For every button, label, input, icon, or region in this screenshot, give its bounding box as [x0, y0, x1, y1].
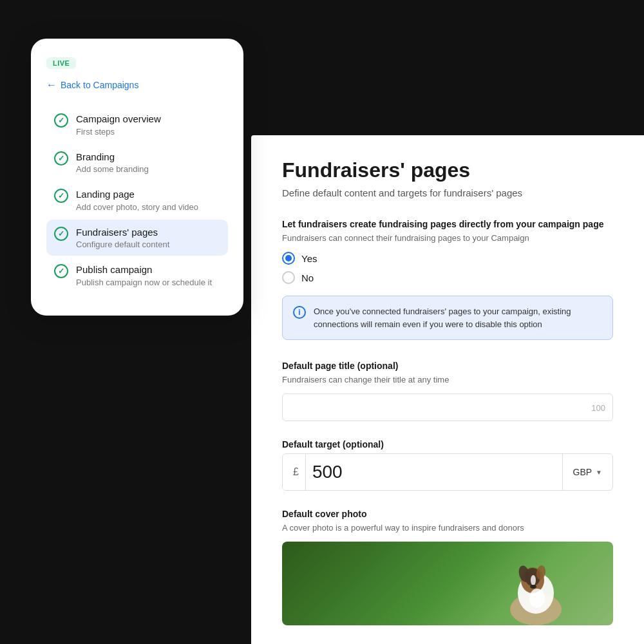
- currency-symbol: £: [283, 454, 306, 490]
- cover-photo-section: Default cover photo A cover photo is a p…: [282, 509, 613, 625]
- default-title-input-wrapper: 100: [282, 393, 613, 421]
- nav-item-text-fundraisers-pages: Fundraisers' pages Configure default con…: [76, 226, 169, 250]
- svg-point-6: [531, 575, 536, 585]
- check-icon-publish-campaign: [54, 264, 68, 278]
- sidebar-item-publish-campaign[interactable]: Publish campaign Publish campaign now or…: [46, 257, 228, 294]
- char-count: 100: [591, 402, 605, 412]
- currency-selector[interactable]: GBP ▼: [562, 454, 612, 490]
- cover-photo-image[interactable]: [282, 542, 613, 625]
- back-arrow-icon: ←: [46, 79, 57, 91]
- sidebar-item-branding[interactable]: Branding Add some branding: [46, 144, 228, 181]
- fundraiser-toggle-desc: Fundraisers can connect their fundraisin…: [282, 233, 613, 243]
- default-title-input[interactable]: [282, 393, 613, 421]
- nav-item-title: Branding: [76, 151, 149, 164]
- radio-circle-no: [282, 271, 295, 284]
- radio-label-yes: Yes: [301, 253, 317, 264]
- radio-option-no[interactable]: No: [282, 271, 613, 284]
- nav-item-title: Landing page: [76, 188, 198, 201]
- fundraiser-toggle-label: Let fundraisers create fundraising pages…: [282, 219, 613, 229]
- dog-silhouette-svg: [497, 554, 574, 625]
- page-title: Fundraisers' pages: [282, 158, 613, 182]
- nav-item-title: Campaign overview: [76, 113, 161, 126]
- info-icon: i: [293, 306, 306, 319]
- check-icon-campaign-overview: [54, 113, 68, 128]
- nav-item-text-publish-campaign: Publish campaign Publish campaign now or…: [76, 263, 212, 287]
- nav-item-title: Fundraisers' pages: [76, 226, 169, 239]
- nav-item-subtitle: First steps: [76, 127, 161, 137]
- default-title-desc: Fundraisers can change their title at an…: [282, 375, 613, 384]
- live-badge: LIVE: [46, 57, 76, 69]
- default-target-section: Default target (optional) £ GBP ▼: [282, 439, 613, 491]
- svg-point-8: [529, 589, 545, 608]
- nav-item-text-landing-page: Landing page Add cover photo, story and …: [76, 188, 198, 212]
- default-page-title-section: Default page title (optional) Fundraiser…: [282, 361, 613, 421]
- check-icon-branding: [54, 151, 68, 166]
- sidebar-item-campaign-overview[interactable]: Campaign overview First steps: [46, 106, 228, 143]
- default-title-label: Default page title (optional): [282, 361, 613, 371]
- nav-item-title: Publish campaign: [76, 263, 212, 276]
- nav-item-subtitle: Publish campaign now or schedule it: [76, 278, 212, 287]
- currency-amount-input[interactable]: [306, 454, 562, 490]
- fundraiser-toggle-section: Let fundraisers create fundraising pages…: [282, 219, 613, 340]
- default-target-label: Default target (optional): [282, 439, 613, 450]
- sidebar-item-fundraisers-pages[interactable]: Fundraisers' pages Configure default con…: [46, 220, 228, 256]
- radio-option-yes[interactable]: Yes: [282, 252, 613, 265]
- cover-photo-desc: A cover photo is a powerful way to inspi…: [282, 523, 613, 533]
- back-to-campaigns-link[interactable]: ← Back to Campaigns: [46, 79, 228, 91]
- radio-circle-yes: [282, 252, 295, 265]
- check-icon-fundraisers-pages: [54, 227, 68, 241]
- currency-code: GBP: [573, 467, 592, 477]
- cover-photo-label: Default cover photo: [282, 509, 613, 519]
- check-icon-landing-page: [54, 189, 68, 203]
- back-link-label: Back to Campaigns: [61, 80, 138, 90]
- radio-group-fundraiser: Yes No: [282, 252, 613, 284]
- nav-item-subtitle: Add some branding: [76, 164, 149, 174]
- nav-item-text-branding: Branding Add some branding: [76, 151, 149, 175]
- sidebar-card: LIVE ← Back to Campaigns Campaign overvi…: [31, 39, 243, 316]
- sidebar-item-landing-page[interactable]: Landing page Add cover photo, story and …: [46, 182, 228, 218]
- nav-item-subtitle: Configure default content: [76, 240, 169, 249]
- nav-item-text-campaign-overview: Campaign overview First steps: [76, 113, 161, 137]
- radio-label-no: No: [301, 272, 314, 283]
- info-box: i Once you've connected fundraisers' pag…: [282, 296, 613, 340]
- page-subtitle: Define default content and targets for f…: [282, 187, 613, 198]
- nav-item-subtitle: Add cover photo, story and video: [76, 202, 198, 212]
- chevron-down-icon: ▼: [596, 469, 602, 476]
- svg-point-7: [530, 585, 536, 589]
- main-content-panel: Fundraisers' pages Define default conten…: [251, 135, 644, 644]
- info-box-text: Once you've connected fundraisers' pages…: [314, 305, 602, 330]
- currency-input-wrapper: £ GBP ▼: [282, 453, 613, 491]
